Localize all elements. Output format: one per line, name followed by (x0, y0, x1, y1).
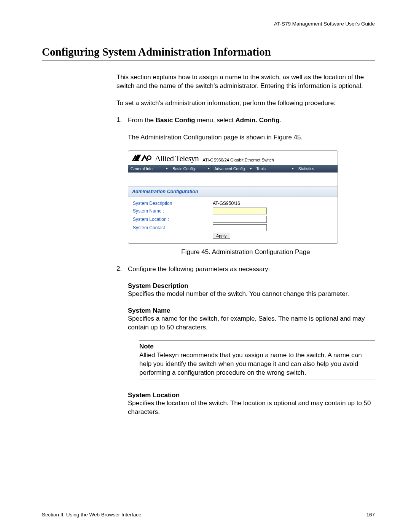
menu-advanced-config[interactable]: Advanced Config.▸ (212, 165, 254, 173)
step-1-mid: menu, select (195, 117, 236, 124)
step-1: 1. From the Basic Config menu, select Ad… (116, 116, 375, 125)
menu-general-info[interactable]: General Info.▸ (128, 165, 170, 173)
label-system-location: System Location : (133, 217, 213, 222)
input-system-name[interactable] (213, 208, 267, 214)
step-1-suffix: . (280, 117, 282, 124)
param-system-name-heading: System Name (128, 307, 375, 315)
title-rule (42, 61, 375, 61)
shot-product: ATI-GS950/24 Gigabit Ethernet Switch (202, 158, 274, 162)
menu-tools[interactable]: Tools▸ (254, 165, 296, 173)
footer-page-number: 167 (366, 512, 375, 518)
param-system-location-text: Specifies the location of the switch. Th… (128, 399, 375, 417)
label-system-description: System Description : (133, 201, 213, 206)
step-1-bold-1: Basic Config (156, 117, 195, 124)
menu-arrow-icon: ▸ (166, 166, 168, 170)
page-title: Configuring System Administration Inform… (42, 46, 375, 58)
menu-basic-config-label: Basic Config. (172, 166, 196, 171)
page-footer: Section II: Using the Web Browser Interf… (42, 512, 375, 518)
note-block: Note Allied Telesyn recommends that you … (139, 340, 375, 380)
menu-basic-config[interactable]: Basic Config.▸ (170, 165, 212, 173)
input-system-location[interactable] (213, 216, 267, 223)
menu-tools-label: Tools (256, 166, 266, 171)
label-system-contact: System Contact : (133, 225, 213, 230)
step-1-text: From the Basic Config menu, select Admin… (128, 116, 375, 125)
admin-config-screenshot: Allied Telesyn ATI-GS950/24 Gigabit Ethe… (128, 150, 338, 244)
svg-point-4 (148, 156, 151, 159)
note-top-rule (139, 340, 375, 340)
param-system-description-heading: System Description (128, 282, 375, 290)
apply-button[interactable]: Apply (213, 233, 230, 239)
shot-header: Allied Telesyn ATI-GS950/24 Gigabit Ethe… (128, 151, 338, 165)
header-guide-title: AT-S79 Management Software User's Guide (42, 21, 375, 27)
step-2-text: Configure the following parameters as ne… (128, 265, 375, 274)
step-1-followup: The Administration Configuration page is… (128, 133, 375, 142)
param-system-location-heading: System Location (128, 391, 375, 399)
step-1-number: 1. (116, 116, 128, 125)
footer-section: Section II: Using the Web Browser Interf… (42, 512, 142, 518)
param-system-name-text: Specifies a name for the switch, for exa… (128, 315, 375, 332)
step-2: 2. Configure the following parameters as… (116, 265, 375, 274)
menu-arrow-icon: ▸ (250, 166, 252, 170)
menu-advanced-config-label: Advanced Config. (214, 166, 246, 171)
allied-telesyn-logo-icon (132, 154, 152, 163)
shot-panel-title: Administration Configuration (128, 186, 338, 197)
menu-general-info-label: General Info. (131, 166, 154, 171)
value-system-description: AT-GS950/16 (213, 201, 240, 206)
menu-arrow-icon: ▸ (208, 166, 210, 170)
shot-form: System Description : AT-GS950/16 System … (128, 197, 338, 243)
figure-caption: Figure 45. Administration Configuration … (116, 248, 375, 256)
note-bottom-rule (139, 380, 375, 380)
intro-paragraph-2: To set a switch's administration informa… (116, 99, 375, 108)
input-system-contact[interactable] (213, 224, 267, 231)
step-2-number: 2. (116, 265, 128, 274)
param-system-description-text: Specifies the model number of the switch… (128, 290, 375, 299)
shot-menu-bar: General Info.▸ Basic Config.▸ Advanced C… (128, 165, 338, 173)
step-1-prefix: From the (128, 117, 156, 124)
intro-paragraph-1: This section explains how to assign a na… (116, 73, 375, 91)
step-1-bold-2: Admin. Config (235, 117, 279, 124)
note-heading: Note (139, 343, 375, 350)
menu-statistics-label: Statistics (298, 166, 314, 171)
menu-statistics[interactable]: Statistics (296, 165, 338, 173)
label-system-name: System Name : (133, 208, 213, 214)
note-text: Allied Telesyn recommends that you assig… (139, 351, 375, 377)
menu-arrow-icon: ▸ (292, 166, 294, 170)
shot-brand: Allied Telesyn (155, 154, 199, 163)
